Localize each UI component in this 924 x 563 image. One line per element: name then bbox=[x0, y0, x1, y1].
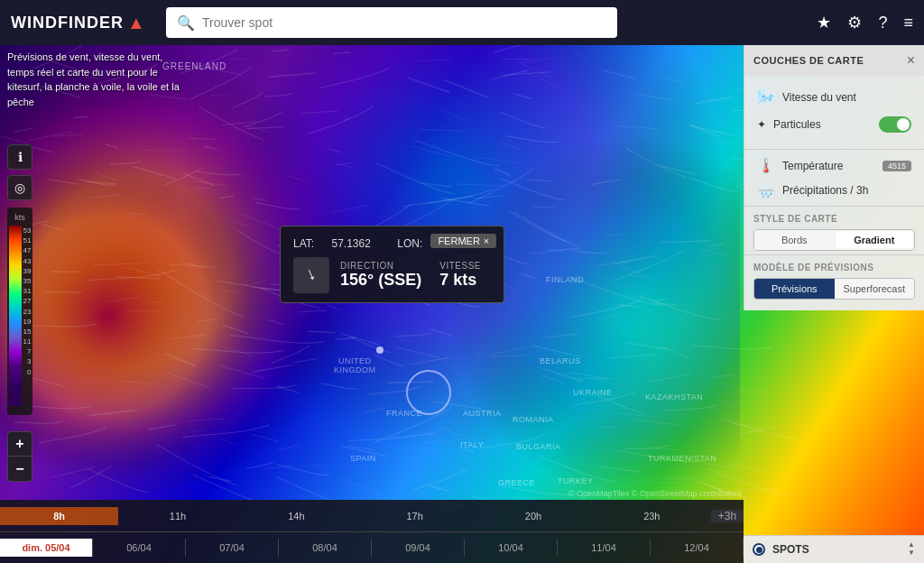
particles-toggle[interactable] bbox=[879, 116, 911, 133]
left-controls: ℹ ◎ bbox=[7, 144, 32, 200]
label-finland: FINLAND bbox=[546, 275, 584, 284]
direction-value: 156° (SSE) bbox=[340, 271, 421, 290]
location-button[interactable]: ◎ bbox=[7, 175, 32, 200]
map-circle-marker bbox=[406, 370, 451, 415]
wind-speed-icon: 🌬️ bbox=[757, 88, 775, 106]
zoom-controls: + − bbox=[7, 431, 32, 482]
timeline-date-0[interactable]: dim. 05/04 bbox=[0, 539, 93, 557]
scale-number: 23 bbox=[23, 307, 32, 317]
speed-value: 7 kts bbox=[439, 271, 481, 290]
temperature-icon: 🌡️ bbox=[757, 157, 775, 174]
spots-sort-arrows[interactable]: ▲ ▼ bbox=[908, 541, 915, 558]
label-austria: AUSTRIA bbox=[463, 409, 502, 418]
forecast-label: MODÈLE DE PRÉVISIONS bbox=[744, 259, 924, 274]
timeline-date-2[interactable]: 07/04 bbox=[186, 539, 279, 557]
timeline-date-1[interactable]: 06/04 bbox=[93, 539, 186, 557]
star-icon[interactable]: ★ bbox=[817, 13, 831, 32]
timeline-date-4[interactable]: 09/04 bbox=[372, 539, 465, 557]
lat-value: 57.1362 bbox=[331, 237, 370, 250]
forecast-superforecast-button[interactable]: Superforecast bbox=[835, 279, 915, 299]
timeline-hour-2[interactable]: 14h bbox=[237, 507, 356, 525]
logo: WINDFINDER ▲ bbox=[11, 13, 155, 33]
precipitation-label: Précipitations / 3h bbox=[782, 184, 911, 197]
info-button[interactable]: ℹ bbox=[7, 144, 32, 170]
spots-radio-inner bbox=[756, 547, 762, 553]
label-ukraine: UKRAINE bbox=[573, 388, 613, 397]
panel-header: COUCHES DE CARTE × bbox=[744, 45, 924, 76]
popup-close-button[interactable]: FERMER × bbox=[430, 234, 496, 248]
gear-icon[interactable]: ⚙ bbox=[847, 13, 862, 32]
zoom-in-button[interactable]: + bbox=[7, 431, 32, 457]
map-dot-marker bbox=[376, 346, 383, 354]
spots-bar: SPOTS ▲ ▼ bbox=[744, 535, 924, 563]
map-style-label: STYLE DE CARTE bbox=[744, 210, 924, 226]
timeline-hour-5[interactable]: 23h bbox=[593, 507, 711, 525]
spots-arrow-down: ▼ bbox=[908, 549, 915, 558]
logo-text: WINDFINDER bbox=[11, 14, 124, 32]
toggle-knob bbox=[897, 118, 910, 131]
scale-numbers: 535147433935312723191511730 bbox=[23, 226, 32, 410]
search-input[interactable] bbox=[202, 15, 606, 30]
timeline-hours: 8h 11h 14h 17h 20h 23h +3h bbox=[0, 500, 744, 532]
layers-section: 🌬️ Vitesse du vent ✦ Particules bbox=[744, 76, 924, 145]
scale-number: 35 bbox=[23, 276, 32, 286]
map-subtitle: Prévisions de vent, vitesse du vent, tem… bbox=[7, 50, 188, 109]
timeline-hour-1[interactable]: 11h bbox=[118, 507, 236, 525]
lon-label: LON: bbox=[397, 237, 422, 250]
scale-number: 11 bbox=[23, 337, 32, 346]
label-united-kingdom: UNITEDKINGDOM bbox=[334, 356, 376, 374]
scale-number: 43 bbox=[23, 256, 32, 266]
speed-group: VITESSE 7 kts bbox=[439, 261, 481, 290]
close-x-icon: × bbox=[484, 235, 489, 246]
label-spain: SPAIN bbox=[350, 454, 376, 463]
layer-precipitation[interactable]: 🌧️ Précipitations / 3h bbox=[744, 178, 924, 202]
panel-title: COUCHES DE CARTE bbox=[753, 55, 864, 66]
speed-label: VITESSE bbox=[439, 261, 481, 271]
style-bords-button[interactable]: Bords bbox=[754, 230, 835, 250]
copyright: © OpenMapTiles © OpenStreetMap contribut… bbox=[568, 489, 742, 498]
style-gradient-button[interactable]: Gradient bbox=[835, 230, 915, 250]
label-turkmenistan: TURKMENISTAN bbox=[648, 454, 716, 463]
precipitation-icon: 🌧️ bbox=[757, 181, 775, 198]
timeline-date-3[interactable]: 08/04 bbox=[279, 539, 372, 557]
help-icon[interactable]: ? bbox=[878, 14, 887, 32]
scale-number: 0 bbox=[27, 367, 31, 377]
label-greece: GREECE bbox=[498, 478, 535, 487]
scale-number: 39 bbox=[23, 266, 32, 276]
layer-particles[interactable]: ✦ Particules bbox=[753, 111, 915, 138]
header: WINDFINDER ▲ 🔍 ★ ⚙ ? ≡ bbox=[0, 0, 924, 45]
search-bar[interactable]: 🔍 bbox=[166, 7, 617, 38]
direction-group: DIRECTION 156° (SSE) bbox=[340, 261, 421, 290]
timeline-date-7[interactable]: 12/04 bbox=[651, 539, 744, 557]
timeline-date-6[interactable]: 11/04 bbox=[558, 539, 651, 557]
layer-wind-speed[interactable]: 🌬️ Vitesse du vent bbox=[753, 83, 915, 111]
menu-icon[interactable]: ≡ bbox=[903, 14, 913, 32]
scale-number: 31 bbox=[23, 286, 32, 296]
label-bulgaria: BULGARIA bbox=[516, 442, 561, 451]
scale-number: 7 bbox=[27, 346, 31, 356]
timeline-plus-button[interactable]: +3h bbox=[711, 510, 744, 522]
spots-label: SPOTS bbox=[772, 543, 901, 556]
forecast-buttons: Prévisions Superforecast bbox=[753, 278, 915, 300]
spots-radio[interactable] bbox=[753, 543, 765, 556]
particles-icon: ✦ bbox=[757, 118, 766, 131]
header-icons: ★ ⚙ ? ≡ bbox=[817, 13, 913, 32]
label-italy: ITALY bbox=[460, 440, 484, 449]
timeline-dates: dim. 05/04 06/04 07/04 08/04 09/04 10/04… bbox=[0, 532, 744, 563]
divider-1 bbox=[744, 149, 924, 150]
scale-number: 3 bbox=[27, 356, 31, 366]
timeline-hour-0[interactable]: 8h bbox=[0, 507, 118, 525]
search-icon: 🔍 bbox=[177, 14, 195, 32]
layer-temperature[interactable]: 🌡️ Température 4515 bbox=[744, 153, 924, 178]
lat-label: LAT: bbox=[293, 237, 314, 250]
timeline-date-5[interactable]: 10/04 bbox=[465, 539, 558, 557]
timeline-hour-4[interactable]: 20h bbox=[474, 507, 592, 525]
forecast-previsions-button[interactable]: Prévisions bbox=[754, 279, 835, 299]
panel-close-button[interactable]: × bbox=[907, 52, 915, 69]
label-turkey: TURKEY bbox=[558, 476, 594, 485]
timeline-hour-3[interactable]: 17h bbox=[356, 507, 474, 525]
label-romania: ROMANIA bbox=[513, 415, 554, 424]
zoom-out-button[interactable]: − bbox=[7, 457, 32, 482]
scale-number: 47 bbox=[23, 245, 32, 255]
label-kazakhstan: KAZAKHSTAN bbox=[645, 392, 703, 401]
